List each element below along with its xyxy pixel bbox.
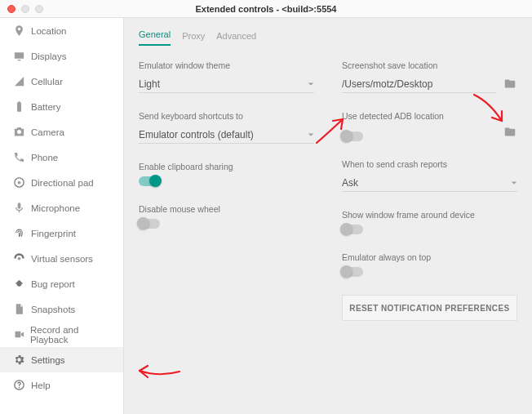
sidebar-item-label: Help [31,381,51,390]
sensors-icon [13,252,31,265]
sidebar-item-label: Fingerprint [31,229,76,238]
displays-icon [13,50,31,62]
window-title: Extended controls - <build>:5554 [0,4,532,14]
sidebar-item-label: Battery [31,102,60,112]
keyboard-shortcuts-label: Send keyboard shortcuts to [139,111,314,121]
folder-icon [503,126,517,138]
sidebar-item-snapshots[interactable]: Snapshots [0,296,123,322]
screenshot-location-value[interactable]: /Users/motz/Desktop [342,75,496,93]
field-adb-location: Use detected ADB location [342,111,517,141]
sidebar-item-label: Snapshots [31,305,75,314]
record-icon [13,328,30,341]
sidebar-item-directional-pad[interactable]: Directional pad [0,170,123,195]
cellular-icon [13,75,31,87]
adb-location-toggle[interactable] [342,131,363,141]
svg-point-1 [18,181,21,185]
dpad-icon [13,176,31,189]
location-icon [13,24,31,37]
help-icon [13,379,31,391]
camera-icon [13,126,31,138]
crash-reports-label: When to send crash reports [342,159,517,169]
sidebar-item-bug-report[interactable]: Bug report [0,271,123,296]
sidebar-item-label: Phone [31,153,58,162]
reset-notification-preferences-button[interactable]: RESET NOTIFICATION PREFERENCES [342,295,517,321]
sidebar-item-label: Directional pad [31,178,94,188]
sidebar-item-battery[interactable]: Battery [0,94,123,119]
sidebar-item-phone[interactable]: Phone [0,145,123,170]
settings-panel: GeneralProxyAdvanced Emulator window the… [124,18,532,414]
clipboard-sharing-toggle[interactable] [139,176,160,186]
disable-mouse-wheel-toggle[interactable] [139,219,160,229]
sidebar-item-label: Virtual sensors [31,254,93,264]
field-always-on-top: Emulator always on top [342,252,517,277]
sidebar-item-label: Location [31,26,66,36]
field-emulator-theme: Emulator window theme Light [139,60,314,93]
field-disable-mouse-wheel: Disable mouse wheel [139,204,314,229]
field-keyboard-shortcuts: Send keyboard shortcuts to Emulator cont… [139,111,314,144]
battery-icon [13,100,31,113]
sidebar-item-displays[interactable]: Displays [0,43,123,69]
snapshots-icon [13,303,31,315]
sidebar-item-virtual-sensors[interactable]: Virtual sensors [0,246,123,271]
sidebar-item-cellular[interactable]: Cellular [0,69,123,94]
sidebar-item-fingerprint[interactable]: Fingerprint [0,220,123,246]
sidebar-item-label: Bug report [31,279,75,289]
settings-tabs: GeneralProxyAdvanced [139,18,517,46]
folder-icon [503,78,517,90]
sidebar-item-label: Record and Playback [30,325,115,345]
chevron-down-icon [511,177,517,189]
screenshot-location-label: Screenshot save location [342,60,517,70]
field-clipboard-sharing: Enable clipboard sharing [139,162,314,186]
field-window-frame: Show window frame around device [342,210,517,234]
sidebar-item-label: Camera [31,127,64,137]
clipboard-sharing-label: Enable clipboard sharing [139,162,314,171]
sidebar-item-label: Settings [31,355,65,365]
fingerprint-icon [13,227,31,239]
sidebar-item-help[interactable]: Help [0,372,123,398]
always-on-top-toggle[interactable] [342,267,363,277]
sidebar-item-label: Displays [31,51,66,61]
settings-icon [13,354,31,366]
window-frame-toggle[interactable] [342,225,363,234]
field-screenshot-location: Screenshot save location /Users/motz/Des… [342,60,517,93]
adb-browse-button[interactable] [503,126,517,141]
phone-icon [13,151,31,163]
emulator-theme-select[interactable]: Light [139,75,314,93]
sidebar-item-location[interactable]: Location [0,18,123,43]
window-frame-label: Show window frame around device [342,210,517,220]
sidebar: LocationDisplaysCellularBatteryCameraPho… [0,18,124,414]
crash-reports-select[interactable]: Ask [342,174,517,192]
sidebar-item-label: Cellular [31,77,63,87]
sidebar-item-camera[interactable]: Camera [0,119,123,145]
keyboard-shortcuts-select[interactable]: Emulator controls (default) [139,126,314,144]
tab-general[interactable]: General [139,29,171,46]
bug-icon [13,278,31,290]
sidebar-item-microphone[interactable]: Microphone [0,195,123,220]
sidebar-item-label: Microphone [31,203,80,213]
emulator-theme-label: Emulator window theme [139,60,314,70]
disable-mouse-wheel-label: Disable mouse wheel [139,204,314,214]
tab-advanced[interactable]: Advanced [216,31,256,46]
tab-proxy[interactable]: Proxy [182,31,205,46]
chevron-down-icon [308,129,314,140]
sidebar-item-settings[interactable]: Settings [0,347,123,372]
svg-point-2 [18,257,21,260]
microphone-icon [13,202,31,214]
sidebar-item-record-and-playback[interactable]: Record and Playback [0,322,123,347]
field-crash-reports: When to send crash reports Ask [342,159,517,192]
window-titlebar: Extended controls - <build>:5554 [0,0,532,18]
always-on-top-label: Emulator always on top [342,252,517,262]
chevron-down-icon [308,78,314,90]
screenshot-browse-button[interactable] [503,78,517,93]
adb-location-label: Use detected ADB location [342,111,517,121]
